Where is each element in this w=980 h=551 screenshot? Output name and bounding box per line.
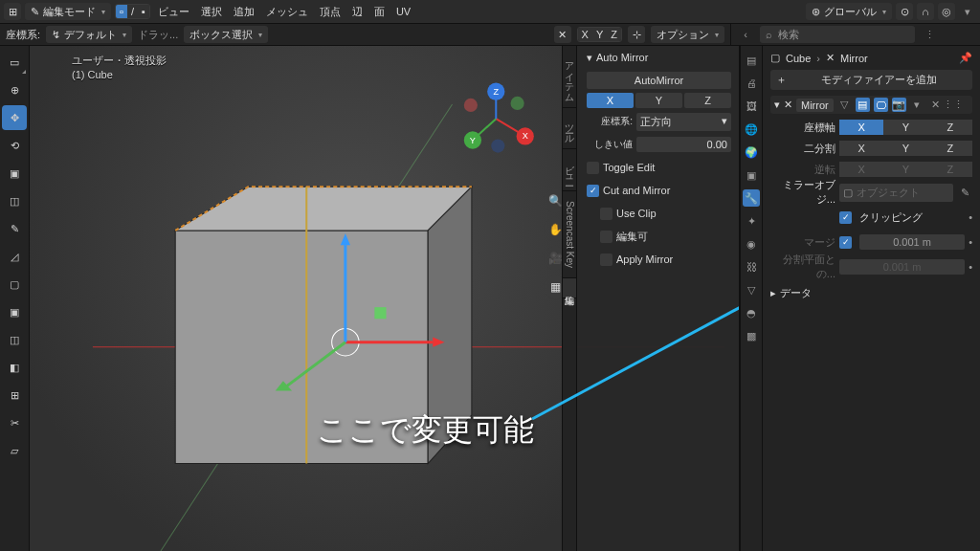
tool-rotate[interactable]: ⟲	[2, 133, 27, 158]
automirror-axis-y[interactable]: Y	[635, 93, 682, 108]
bisect-x[interactable]: X	[839, 141, 883, 156]
back-icon[interactable]: ‹	[737, 26, 754, 43]
add-modifier-button[interactable]: ＋ モディファイアーを追加	[770, 70, 972, 90]
data-subpanel-header[interactable]: ▸ データ	[770, 286, 972, 300]
coord-system-dropdown[interactable]: ↯ デフォルト ▾	[46, 26, 132, 43]
chevron-down-icon[interactable]: ▾	[774, 99, 780, 111]
merge-field[interactable]: 0.001 m	[859, 234, 965, 250]
search-input[interactable]: ⌕ 検索	[760, 26, 915, 43]
menu-mesh[interactable]: メッシュ	[262, 5, 312, 19]
merge-checkbox[interactable]: ✓	[839, 236, 852, 249]
menu-select[interactable]: 選択	[197, 5, 226, 19]
pin-icon[interactable]: 📌	[959, 52, 972, 64]
tool-loopcut[interactable]: ⊞	[2, 383, 27, 408]
ptab-view[interactable]: 🖼	[743, 98, 760, 115]
gizmo-button[interactable]: ⊹	[628, 26, 645, 43]
menu-uv[interactable]: UV	[392, 6, 414, 17]
breadcrumb-modifier[interactable]: Mirror	[840, 53, 868, 64]
ptab-constraints[interactable]: ⛓	[743, 258, 760, 276]
cut-and-mirror-checkbox[interactable]: ✓Cut and Mirror	[587, 181, 731, 200]
mod-edit-mode-icon[interactable]: ▤	[856, 98, 870, 112]
vtab-item[interactable]: アイテム	[563, 46, 576, 108]
flip-z[interactable]: Z	[928, 162, 972, 177]
mode-dropdown[interactable]: ✎ 編集モード ▾	[25, 3, 111, 20]
tool-add-cube[interactable]: ▢	[2, 272, 27, 297]
expose-dot-icon[interactable]: •	[969, 211, 972, 223]
clipping-checkbox[interactable]: ✓	[839, 211, 852, 224]
mesh-select-mode[interactable]: ▫ / ▪	[115, 4, 150, 19]
bisect-dist-field[interactable]: 0.001 m	[839, 259, 965, 275]
mod-render-icon[interactable]: 📷	[892, 98, 906, 112]
face-select-icon[interactable]: ▪	[138, 5, 149, 18]
modifier-name-field[interactable]: Mirror	[796, 99, 834, 112]
eyedropper-icon[interactable]: ✎	[957, 185, 972, 200]
ptab-world[interactable]: 🌍	[743, 143, 760, 161]
tool-annotate[interactable]: ✎	[2, 216, 27, 241]
axis-y[interactable]: Y	[883, 120, 927, 135]
ptab-physics[interactable]: ◉	[743, 235, 760, 253]
vtab-view[interactable]: ビュー	[563, 149, 576, 191]
automirror-coord-dropdown[interactable]: 正方向▾	[636, 113, 731, 131]
axis-y[interactable]: Y	[592, 28, 607, 41]
breadcrumb-object[interactable]: Cube	[786, 53, 811, 64]
orientation-dropdown[interactable]: ⊛ グローバル ▾	[806, 3, 892, 20]
mirror-object-field[interactable]: ▢ オブジェクト	[839, 184, 953, 202]
threshold-field[interactable]: 0.00	[636, 137, 731, 152]
menu-vertex[interactable]: 頂点	[316, 5, 345, 19]
select-mode-dropdown[interactable]: ボックス選択 ▾	[184, 26, 268, 43]
bisect-z[interactable]: Z	[928, 141, 972, 156]
mod-realtime-icon[interactable]: 🖵	[874, 98, 888, 112]
menu-add[interactable]: 追加	[230, 5, 258, 19]
ptab-object[interactable]: ▣	[743, 166, 760, 184]
menu-face[interactable]: 面	[370, 5, 389, 19]
tool-knife[interactable]: ✂	[2, 410, 27, 435]
menu-view[interactable]: ビュー	[154, 5, 193, 19]
mod-grip-icon[interactable]: ⋮⋮	[947, 98, 961, 112]
axis-z[interactable]: Z	[928, 120, 972, 135]
bisect-y[interactable]: Y	[883, 141, 927, 156]
viewport-3d[interactable]: ユーザー・透視投影 (1) Cube	[30, 46, 740, 551]
vertex-select-icon[interactable]: ▫	[116, 5, 127, 18]
snap-button[interactable]: ∩	[917, 3, 934, 20]
automirror-axis-z[interactable]: Z	[684, 93, 731, 108]
vtab-tool[interactable]: ツール	[563, 108, 576, 149]
expose-dot-icon[interactable]: •	[969, 261, 972, 273]
mod-on-cage-icon[interactable]: ▽	[837, 98, 852, 112]
flip-x[interactable]: X	[839, 162, 883, 177]
mod-delete-icon[interactable]: ✕	[928, 98, 943, 112]
butterfly-icon[interactable]: ✕	[554, 26, 571, 43]
flip-y[interactable]: Y	[883, 162, 927, 177]
tool-bevel[interactable]: ◧	[2, 355, 27, 380]
ptab-output[interactable]: 🖨	[743, 75, 760, 92]
tool-inset[interactable]: ◫	[2, 327, 27, 352]
pivot-button[interactable]: ⊙	[896, 3, 913, 20]
ptab-modifier[interactable]: 🔧	[743, 189, 760, 207]
options-popover[interactable]: オプション ▾	[651, 26, 724, 43]
ptab-data[interactable]: ▽	[743, 281, 760, 298]
ptab-render[interactable]: ▤	[743, 52, 760, 69]
axis-z[interactable]: Z	[607, 28, 621, 41]
automirror-button[interactable]: AutoMirror	[587, 72, 731, 89]
tool-measure[interactable]: ◿	[2, 244, 27, 269]
extra-chevron[interactable]: ▾	[959, 3, 976, 20]
tool-cursor[interactable]: ⊕	[2, 77, 27, 102]
tool-poly[interactable]: ▱	[2, 438, 27, 463]
tool-extrude[interactable]: ▣	[2, 299, 27, 324]
editor-type-button[interactable]: ⊞	[4, 3, 21, 20]
axis-x[interactable]: X	[578, 28, 592, 41]
tool-scale[interactable]: ▣	[2, 161, 27, 186]
ptab-texture[interactable]: ▩	[743, 327, 760, 344]
toggle-edit-checkbox[interactable]: Toggle Edit	[587, 158, 731, 177]
mod-extras-chevron[interactable]: ▾	[910, 98, 924, 112]
axis-x[interactable]: X	[839, 120, 883, 135]
menu-edge[interactable]: 辺	[348, 5, 367, 19]
expose-dot-icon[interactable]: •	[969, 236, 972, 248]
automirror-axis-x[interactable]: X	[587, 93, 634, 108]
tool-move[interactable]: ✥	[2, 105, 27, 130]
use-clip-checkbox[interactable]: Use Clip	[587, 204, 731, 223]
ptab-particles[interactable]: ✦	[743, 212, 760, 230]
ptab-scene[interactable]: 🌐	[743, 121, 760, 138]
chevron-down-icon[interactable]: ▾	[587, 52, 592, 64]
edge-select-icon[interactable]: /	[127, 5, 138, 18]
tool-select[interactable]: ▭	[2, 50, 27, 75]
